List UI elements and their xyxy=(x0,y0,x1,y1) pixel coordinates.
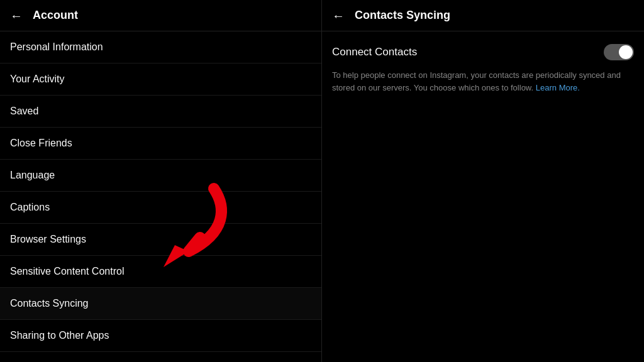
connect-contacts-row: Connect Contacts xyxy=(332,44,634,60)
learn-more-link[interactable]: Learn More. xyxy=(536,83,580,92)
left-back-button[interactable]: ← xyxy=(10,9,23,22)
connect-contacts-label: Connect Contacts xyxy=(332,46,417,58)
menu-item-sensitive-content-control[interactable]: Sensitive Content Control xyxy=(0,256,321,288)
menu-item-sharing-to-other-apps[interactable]: Sharing to Other Apps xyxy=(0,320,321,352)
right-panel-title: Contacts Syncing xyxy=(355,9,450,22)
menu-item-saved[interactable]: Saved xyxy=(0,96,321,128)
connect-contacts-toggle[interactable] xyxy=(604,44,634,60)
menu-item-contacts-syncing[interactable]: Contacts Syncing xyxy=(0,288,321,320)
menu-item-your-activity[interactable]: Your Activity xyxy=(0,63,321,96)
menu-item-close-friends[interactable]: Close Friends xyxy=(0,128,321,160)
menu-item-personal-information[interactable]: Personal Information xyxy=(0,31,321,63)
right-panel-content: Connect Contacts To help people connect … xyxy=(322,31,644,106)
right-back-button[interactable]: ← xyxy=(332,9,345,22)
account-menu-list: Personal InformationYour ActivitySavedCl… xyxy=(0,31,321,362)
left-panel-title: Account xyxy=(33,9,78,22)
left-panel: ← Account Personal InformationYour Activ… xyxy=(0,0,322,362)
connect-contacts-description: To help people connect on Instagram, you… xyxy=(332,69,634,94)
right-panel: ← Contacts Syncing Connect Contacts To h… xyxy=(322,0,644,362)
menu-item-browser-settings[interactable]: Browser Settings xyxy=(0,224,321,256)
right-panel-header: ← Contacts Syncing xyxy=(322,0,644,31)
menu-item-captions[interactable]: Captions xyxy=(0,192,321,224)
app-container: ← Account Personal InformationYour Activ… xyxy=(0,0,644,362)
left-panel-header: ← Account xyxy=(0,0,321,31)
menu-item-language[interactable]: Language xyxy=(0,160,321,192)
menu-item-cellular-data-use[interactable]: Cellular Data Use xyxy=(0,352,321,362)
